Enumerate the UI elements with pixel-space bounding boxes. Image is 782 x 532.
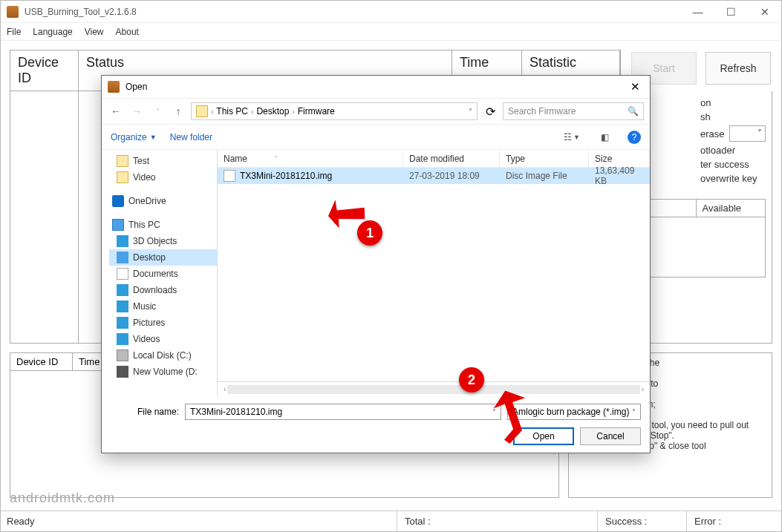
open-dialog: Open ✕ ← → ˅ ↑ › This PC › Desktop › Fir…	[101, 75, 651, 453]
erase-select-label: erase	[700, 128, 725, 139]
search-icon: 🔍	[628, 106, 639, 116]
nav-up-icon[interactable]: ↑	[170, 103, 186, 119]
tree-item-test[interactable]: Test	[109, 153, 217, 169]
file-row[interactable]: TX3Mini-20181210.img 27-03-2019 18:09 Di…	[218, 168, 650, 184]
tree-item-new-volume-d-[interactable]: New Volume (D:	[109, 364, 217, 380]
file-name-input[interactable]: TX3Mini-20181210.img˅	[185, 404, 501, 420]
sort-asc-icon: ˄	[274, 155, 278, 162]
file-type-select[interactable]: Amlogic burn package (*.img)˅	[507, 404, 641, 420]
erase-select[interactable]: ˅	[729, 125, 766, 142]
dialog-icon	[108, 81, 120, 93]
search-input[interactable]: Search Firmware 🔍	[503, 102, 644, 120]
dialog-close-button[interactable]: ✕	[620, 76, 650, 98]
music-icon	[117, 301, 128, 312]
menu-about[interactable]: About	[116, 27, 139, 37]
crumb-this-pc[interactable]: This PC	[216, 106, 248, 116]
nav-forward-icon[interactable]: →	[128, 103, 145, 119]
col-type[interactable]: Type	[500, 150, 589, 167]
menu-file[interactable]: File	[7, 27, 21, 37]
crumb-dropdown-icon[interactable]: ˅	[469, 108, 472, 116]
status-total: Total :	[397, 511, 597, 531]
file-name-label: File name:	[111, 407, 179, 417]
opt-bootloader: otloader	[700, 145, 735, 156]
folder-icon	[117, 155, 128, 167]
disk-icon	[117, 349, 128, 361]
watermark: androidmtk.com	[10, 490, 115, 506]
window-title: USB_Burning_Tool_v2.1.6.8	[25, 7, 681, 17]
nav-tree[interactable]: TestVideoOneDriveThis PC3D ObjectsDeskto…	[102, 150, 218, 396]
organize-button[interactable]: Organize ▼	[111, 132, 157, 142]
tree-item-3d-objects[interactable]: 3D Objects	[109, 233, 217, 249]
opt-text: sh	[700, 111, 711, 122]
col-date[interactable]: Date modified	[403, 150, 500, 167]
menu-view[interactable]: View	[85, 27, 104, 37]
down-icon	[117, 284, 128, 296]
mini-col-deviceid: Device ID	[10, 353, 73, 371]
desktop-icon	[117, 252, 128, 263]
view-options-icon[interactable]: ☷ ▼	[564, 131, 587, 144]
crumb-desktop[interactable]: Desktop	[256, 106, 289, 116]
tree-item-onedrive[interactable]: OneDrive	[109, 193, 217, 209]
crumb-firmware[interactable]: Firmware	[298, 106, 335, 116]
pic-icon	[117, 317, 128, 329]
tree-item-documents[interactable]: Documents	[109, 266, 217, 282]
filename-dd-icon[interactable]: ˅	[492, 408, 496, 416]
tree-item-video[interactable]: Video	[109, 169, 217, 185]
onedrive-icon	[112, 195, 124, 207]
tree-item-desktop[interactable]: Desktop	[109, 249, 217, 266]
nav-back-icon[interactable]: ←	[108, 103, 124, 119]
vid-icon	[117, 333, 128, 345]
blue-icon	[117, 235, 128, 247]
file-list: Name˄ Date modified Type Size TX3Mini-20…	[218, 150, 650, 396]
titlebar: USB_Burning_Tool_v2.1.6.8 — ☐ ✕	[1, 1, 781, 23]
breadcrumb[interactable]: › This PC › Desktop › Firmware ˅	[191, 102, 478, 120]
new-folder-button[interactable]: New folder	[170, 132, 212, 142]
dialog-title: Open	[126, 82, 620, 92]
refresh-button[interactable]: Refresh	[706, 52, 771, 85]
statusbar: Ready Total : Success : Error :	[1, 510, 781, 531]
cancel-button[interactable]: Cancel	[580, 427, 641, 445]
tree-item-this-pc[interactable]: This PC	[109, 217, 217, 233]
scroll-right-icon[interactable]: ›	[642, 385, 644, 393]
app-icon	[7, 6, 19, 18]
tree-item-music[interactable]: Music	[109, 298, 217, 315]
opt-after-success: ter success	[700, 159, 749, 170]
thispc-icon	[112, 219, 124, 231]
doc-icon	[117, 268, 128, 280]
status-success: Success :	[597, 511, 686, 531]
close-button[interactable]: ✕	[748, 1, 781, 23]
folder-icon	[196, 105, 208, 117]
status-error: Error :	[686, 511, 775, 531]
col-device-id: Device ID	[10, 50, 79, 91]
nav-refresh-icon[interactable]: ⟳	[482, 103, 498, 119]
opt-overwrite: overwrite key	[700, 173, 757, 184]
menubar: File Language View About	[1, 23, 781, 41]
col-name[interactable]: Name˄	[218, 150, 403, 167]
preview-pane-icon[interactable]: ◧	[601, 131, 614, 144]
tree-item-pictures[interactable]: Pictures	[109, 315, 217, 331]
scroll-left-icon[interactable]: ‹	[224, 385, 226, 393]
file-icon	[224, 170, 235, 182]
tree-item-local-disk-c-[interactable]: Local Disk (C:)	[109, 347, 217, 364]
status-ready: Ready	[7, 516, 397, 527]
col-size[interactable]: Size	[589, 150, 650, 167]
maximize-button[interactable]: ☐	[714, 1, 748, 23]
tree-item-downloads[interactable]: Downloads	[109, 282, 217, 298]
folder-icon	[117, 171, 128, 183]
minimize-button[interactable]: —	[681, 1, 714, 23]
menu-language[interactable]: Language	[33, 27, 72, 37]
help-icon[interactable]: ?	[628, 131, 641, 144]
nav-recent-icon[interactable]: ˅	[149, 103, 166, 119]
horizontal-scrollbar[interactable]: ‹ ›	[218, 381, 650, 396]
ext-icon	[117, 366, 128, 378]
col-available: Available	[697, 200, 766, 217]
tree-item-videos[interactable]: Videos	[109, 331, 217, 347]
open-button[interactable]: Open	[513, 427, 574, 445]
opt-text: on	[700, 97, 711, 108]
